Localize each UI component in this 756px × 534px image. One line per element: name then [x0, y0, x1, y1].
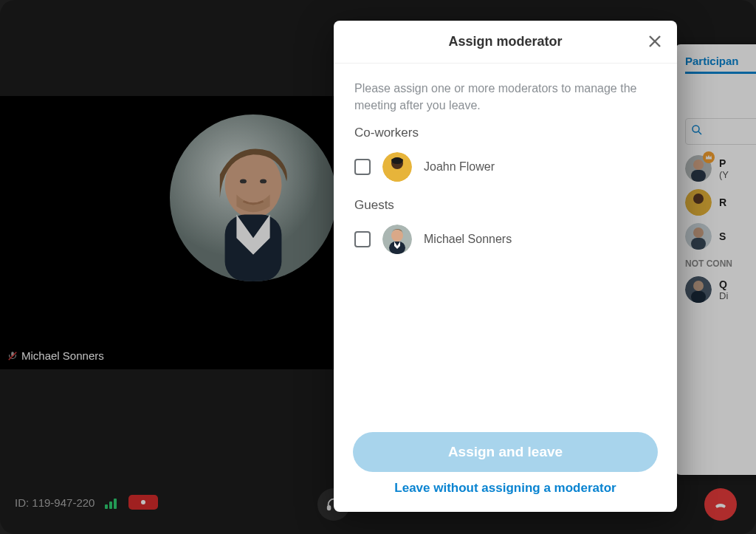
modal-footer: Assign and leave Leave without assigning… — [334, 422, 677, 512]
modal-header: Assign moderator — [334, 21, 677, 64]
person-avatar — [382, 152, 412, 182]
coworkers-group-label: Co-workers — [354, 126, 656, 140]
assign-and-leave-button[interactable]: Assign and leave — [353, 432, 658, 472]
modal-title: Assign moderator — [448, 34, 562, 49]
modal-description: Please assign one or more moderators to … — [354, 80, 656, 114]
person-name: Michael Sonners — [424, 233, 512, 246]
person-name: Joahn Flower — [424, 160, 495, 174]
person-checkbox[interactable] — [354, 159, 371, 175]
guests-group-label: Guests — [354, 198, 656, 213]
assign-moderator-modal: Assign moderator Please assign one or mo… — [334, 21, 677, 512]
svg-rect-27 — [389, 169, 405, 182]
person-row: Joahn Flower — [354, 152, 656, 182]
modal-body: Please assign one or more moderators to … — [334, 64, 677, 422]
person-row: Michael Sonners — [354, 225, 656, 254]
close-icon[interactable] — [646, 32, 667, 53]
leave-without-assigning-link[interactable]: Leave without assigning a moderator — [394, 481, 616, 496]
svg-point-29 — [391, 230, 403, 242]
person-checkbox[interactable] — [354, 231, 371, 247]
person-avatar — [382, 225, 412, 254]
